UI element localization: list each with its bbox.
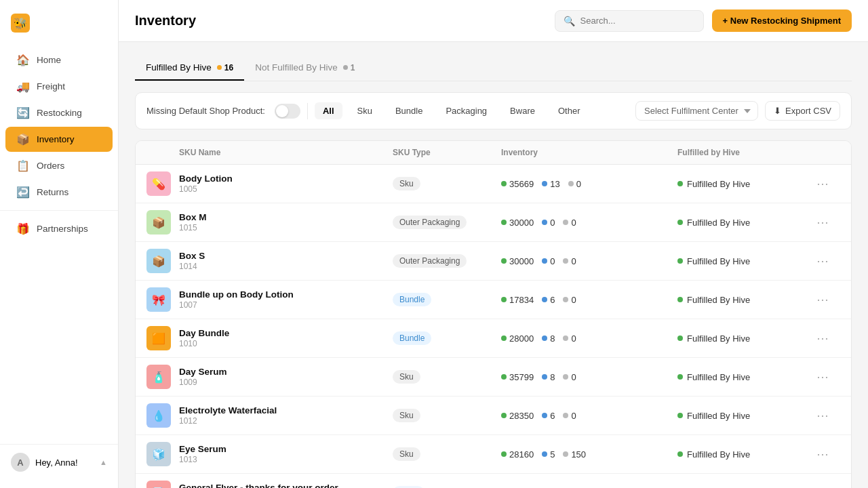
sidebar-item-label: Home xyxy=(37,55,61,65)
sidebar-item-restocking[interactable]: 🔄 Restocking xyxy=(5,100,113,125)
sku-type-badge: Outer Packaging xyxy=(393,254,467,268)
fulfilled-cell: Fulfilled By Hive xyxy=(677,449,813,460)
table-row[interactable]: 📦 Box S 1014 Outer Packaging 30000 0 xyxy=(136,242,851,281)
table-row[interactable]: 📄 General Flyer - thanks for your order … xyxy=(136,474,851,488)
inv-val-blue: 6 xyxy=(550,295,555,305)
content-area: Fulfilled By Hive 16 Not Fulfilled By Hi… xyxy=(119,42,868,488)
product-sku-id: 1015 xyxy=(179,223,393,232)
row-more-button[interactable]: ⋯ xyxy=(813,406,832,425)
sidebar-item-inventory[interactable]: 📦 Inventory xyxy=(5,127,113,152)
sidebar-item-label: Returns xyxy=(37,187,68,197)
fulfilled-dot xyxy=(677,220,683,225)
row-more-button[interactable]: ⋯ xyxy=(813,483,832,488)
col-thumb xyxy=(146,148,179,157)
inventory-cell: 28160 5 150 xyxy=(501,449,677,460)
product-info: Body Lotion 1005 xyxy=(179,174,393,194)
fulfilled-dot xyxy=(677,336,683,341)
row-more-button[interactable]: ⋯ xyxy=(813,290,832,309)
sidebar-item-label: Partnerships xyxy=(37,224,88,234)
fulfilled-cell: Fulfilled By Hive xyxy=(677,179,813,189)
table-row[interactable]: 🧴 Day Serum 1009 Sku 35799 8 xyxy=(136,358,851,396)
product-info: Box M 1015 xyxy=(179,212,393,232)
inv-green-group: 30000 xyxy=(501,218,534,228)
row-more-button[interactable]: ⋯ xyxy=(813,251,832,270)
sidebar-item-returns[interactable]: ↩️ Returns xyxy=(5,180,113,205)
tab-fulfilled-by-hive[interactable]: Fulfilled By Hive 16 xyxy=(135,56,244,81)
fulfillment-center-select[interactable]: Select Fulfilment Center xyxy=(635,101,758,121)
inv-dot-blue xyxy=(542,220,547,225)
inv-dot-gray xyxy=(563,451,568,457)
user-profile[interactable]: A Hey, Anna! ▲ xyxy=(11,453,107,472)
sku-type-cell: Outer Packaging xyxy=(393,216,501,229)
sidebar-item-freight[interactable]: 🚚 Freight xyxy=(5,74,113,99)
orders-icon: 📋 xyxy=(16,159,30,172)
table-row[interactable]: 📦 Box M 1015 Outer Packaging 30000 0 xyxy=(136,203,851,242)
table-row[interactable]: 💧 Electrolyte Waterfacial 1012 Sku 28350… xyxy=(136,396,851,435)
table-header: SKU Name SKU Type Inventory Fulfilled by… xyxy=(136,141,851,165)
row-more-button[interactable]: ⋯ xyxy=(813,213,832,232)
inv-val-green: 28160 xyxy=(509,449,534,460)
inv-dot-green xyxy=(501,451,507,457)
sidebar-item-orders[interactable]: 📋 Orders xyxy=(5,153,113,178)
inventory-cell: 30000 0 0 xyxy=(501,256,677,266)
inv-val-blue: 0 xyxy=(550,218,555,228)
sidebar-logo: 🐝 xyxy=(0,8,118,43)
inv-val-green: 30000 xyxy=(509,218,534,228)
inv-dot-green xyxy=(501,181,507,186)
filter-packaging-button[interactable]: Packaging xyxy=(437,102,495,119)
export-csv-button[interactable]: ⬇ Export CSV xyxy=(765,101,840,121)
product-sku-id: 1005 xyxy=(179,184,393,194)
search-bar[interactable]: 🔍 xyxy=(555,10,704,32)
inventory-cell: 35669 13 0 xyxy=(501,179,677,189)
fulfilled-dot xyxy=(677,413,683,418)
sidebar-item-partnerships[interactable]: 🎁 Partnerships xyxy=(5,216,113,241)
inv-val-gray: 0 xyxy=(571,218,576,228)
missing-product-toggle[interactable] xyxy=(275,104,300,119)
sidebar-item-home[interactable]: 🏠 Home xyxy=(5,47,113,73)
inv-val-gray: 0 xyxy=(571,411,576,421)
inv-val-gray: 0 xyxy=(571,295,576,305)
inventory-cell: 28000 8 0 xyxy=(501,333,677,344)
row-more-button[interactable]: ⋯ xyxy=(813,174,832,193)
inv-val-gray: 0 xyxy=(571,372,576,382)
inv-dot-blue xyxy=(542,451,547,457)
fulfilled-cell: Fulfilled By Hive xyxy=(677,411,813,421)
filter-sku-button[interactable]: Sku xyxy=(349,102,380,119)
product-thumbnail: 📦 xyxy=(146,210,179,235)
main-content: Inventory 🔍 + New Restocking Shipment Fu… xyxy=(119,0,868,488)
filter-all-button[interactable]: All xyxy=(315,102,342,119)
inv-green-group: 28000 xyxy=(501,333,534,344)
table-row[interactable]: 🧊 Eye Serum 1013 Sku 28160 5 xyxy=(136,435,851,474)
export-label: Export CSV xyxy=(785,106,831,116)
inv-blue-group: 6 xyxy=(542,295,555,305)
partnerships-icon: 🎁 xyxy=(16,222,30,235)
new-shipment-button[interactable]: + New Restocking Shipment xyxy=(712,9,852,32)
sku-type-cell: Sku xyxy=(393,370,501,384)
filter-bware-button[interactable]: Bware xyxy=(502,102,543,119)
fulfilled-text: Fulfilled By Hive xyxy=(687,411,750,421)
product-info: Day Serum 1009 xyxy=(179,367,393,387)
product-sku-id: 1012 xyxy=(179,416,393,426)
inv-val-blue: 6 xyxy=(550,411,555,421)
inv-blue-group: 5 xyxy=(542,449,555,460)
inv-dot-green xyxy=(501,258,507,264)
search-input[interactable] xyxy=(580,16,695,26)
tab-badge-fulfilled: 16 xyxy=(217,63,233,73)
tab-label: Fulfilled By Hive xyxy=(146,62,212,73)
row-more-button[interactable]: ⋯ xyxy=(813,445,832,464)
row-more-button[interactable]: ⋯ xyxy=(813,367,832,386)
filter-bundle-button[interactable]: Bundle xyxy=(387,102,431,119)
tab-not-fulfilled-by-hive[interactable]: Not Fulfilled By Hive 1 xyxy=(244,56,366,81)
table-row[interactable]: 🎀 Bundle up on Body Lotion 1007 Bundle 1… xyxy=(136,281,851,319)
table-row[interactable]: 🟧 Day Bundle 1010 Bundle 28000 8 xyxy=(136,319,851,358)
sku-type-badge: Sku xyxy=(393,409,420,422)
inv-dot-blue xyxy=(542,374,547,380)
table-row[interactable]: 💊 Body Lotion 1005 Sku 35669 13 xyxy=(136,165,851,203)
fulfilled-dot xyxy=(677,181,683,186)
page-title: Inventory xyxy=(135,13,196,28)
row-more-button[interactable]: ⋯ xyxy=(813,329,832,348)
product-sku-id: 1007 xyxy=(179,300,393,310)
badge-count-fulfilled: 16 xyxy=(224,63,233,73)
inventory-cell: 28350 6 0 xyxy=(501,411,677,421)
filter-other-button[interactable]: Other xyxy=(550,102,589,119)
